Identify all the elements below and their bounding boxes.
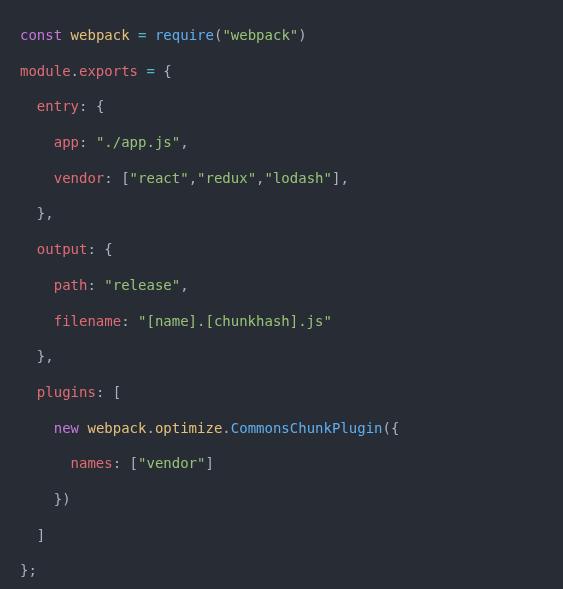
comma: , [45, 348, 53, 364]
code-line: filename: "[name].[chunkhash].js" [20, 313, 332, 329]
keyword-new: new [54, 420, 79, 436]
comma: , [256, 170, 264, 186]
colon: : [121, 313, 129, 329]
comma: , [340, 170, 348, 186]
operator-equals: = [146, 63, 154, 79]
identifier-module: module [20, 63, 71, 79]
fn-commons-chunk-plugin: CommonsChunkPlugin [231, 420, 383, 436]
code-line: vendor: ["react","redux","lodash"], [20, 170, 349, 186]
prop-entry: entry [37, 98, 79, 114]
paren-close: ) [62, 491, 70, 507]
colon: : [79, 98, 87, 114]
code-line: }) [20, 491, 71, 507]
colon: : [87, 241, 95, 257]
string-react: "react" [130, 170, 189, 186]
brace-open: { [163, 63, 171, 79]
prop-names: names [71, 455, 113, 471]
identifier-optimize: optimize [155, 420, 222, 436]
code-line: module.exports = { [20, 63, 172, 79]
dot: . [71, 63, 79, 79]
colon: : [87, 277, 95, 293]
bracket-open: [ [113, 384, 121, 400]
identifier-webpack: webpack [87, 420, 146, 436]
code-line: const webpack = require("webpack") [20, 27, 307, 43]
string-release: "release" [104, 277, 180, 293]
code-line: path: "release", [20, 277, 189, 293]
comma: , [180, 277, 188, 293]
colon: : [104, 170, 112, 186]
comma: , [45, 205, 53, 221]
prop-plugins: plugins [37, 384, 96, 400]
semicolon: ; [28, 562, 36, 578]
code-block: const webpack = require("webpack") modul… [20, 18, 543, 589]
code-line: app: "./app.js", [20, 134, 189, 150]
brace-close: } [54, 491, 62, 507]
prop-app: app [54, 134, 79, 150]
brace-open: { [96, 98, 104, 114]
code-line: entry: { [20, 98, 104, 114]
fn-require: require [155, 27, 214, 43]
operator-equals: = [138, 27, 146, 43]
comma: , [180, 134, 188, 150]
string-redux: "redux" [197, 170, 256, 186]
prop-vendor: vendor [54, 170, 105, 186]
bracket-open: [ [130, 455, 138, 471]
prop-filename: filename [54, 313, 121, 329]
bracket-close: ] [37, 527, 45, 543]
prop-exports: exports [79, 63, 138, 79]
bracket-open: [ [121, 170, 129, 186]
colon: : [113, 455, 121, 471]
code-line: plugins: [ [20, 384, 121, 400]
code-line: }, [20, 205, 54, 221]
code-line: ] [20, 527, 45, 543]
string-vendor: "vendor" [138, 455, 205, 471]
bracket-close: ] [205, 455, 213, 471]
keyword-const: const [20, 27, 62, 43]
code-line: new webpack.optimize.CommonsChunkPlugin(… [20, 420, 399, 436]
code-line: }, [20, 348, 54, 364]
paren-close: ) [298, 27, 306, 43]
string-chunkhash: "[name].[chunkhash].js" [138, 313, 332, 329]
string-app-js: "./app.js" [96, 134, 180, 150]
colon: : [96, 384, 104, 400]
colon: : [79, 134, 87, 150]
code-line: output: { [20, 241, 113, 257]
code-line: }; [20, 562, 37, 578]
brace-open: { [104, 241, 112, 257]
dot: . [222, 420, 230, 436]
dot: . [146, 420, 154, 436]
prop-output: output [37, 241, 88, 257]
paren-open: ( [383, 420, 391, 436]
string-webpack: "webpack" [222, 27, 298, 43]
code-line: names: ["vendor"] [20, 455, 214, 471]
comma: , [189, 170, 197, 186]
identifier-webpack: webpack [71, 27, 130, 43]
prop-path: path [54, 277, 88, 293]
brace-open: { [391, 420, 399, 436]
string-lodash: "lodash" [265, 170, 332, 186]
